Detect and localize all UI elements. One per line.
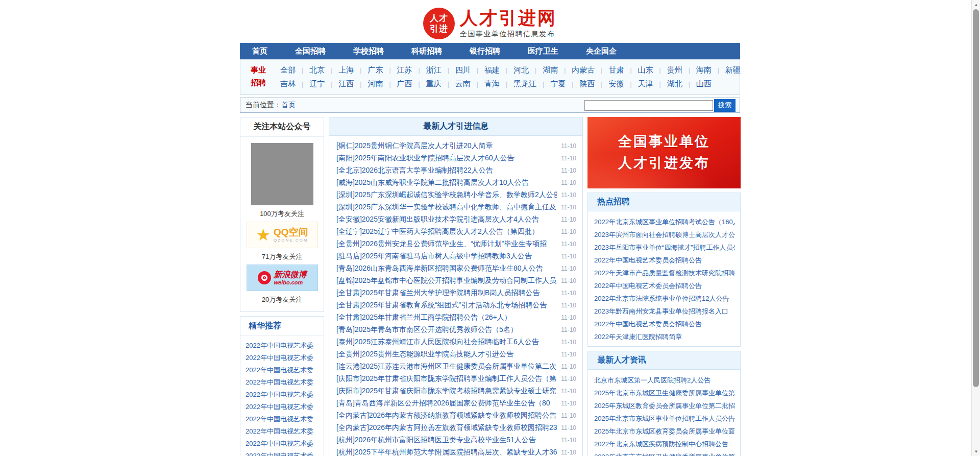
- province-link[interactable]: 天津: [632, 77, 661, 91]
- news-item-link[interactable]: [威海]2025山东威海职业学院第二批招聘高层次人才10人公告: [336, 178, 557, 187]
- province-link[interactable]: 北京: [303, 63, 332, 77]
- nav-item[interactable]: 全国招聘: [295, 46, 326, 56]
- featured-item-link[interactable]: 2022年中国电视艺术委: [246, 450, 321, 456]
- news-item-link[interactable]: [盘锦]2025年盘锦市中心医院公开招聘事业编制及劳动合同制工作人员: [336, 276, 557, 285]
- scrollbar-down-icon[interactable]: ▼: [972, 447, 980, 455]
- featured-item-link[interactable]: 2022年中国电视艺术委: [246, 438, 321, 450]
- news-item-link[interactable]: [青岛]青岛西海岸新区公开招聘2026届国家公费师范毕业生公告（80: [336, 399, 557, 408]
- search-input[interactable]: [584, 100, 713, 111]
- news-item-link[interactable]: [全辽宁]2025辽宁中医药大学招聘高层次人才2人公告（第四批）: [336, 227, 557, 236]
- news-item-link[interactable]: [杭州]2026年杭州市富阳区招聘医卫类专业高校毕业生51人公告: [336, 436, 557, 445]
- featured-item-link[interactable]: 2022年中国电视艺术委: [246, 425, 321, 438]
- hot-job-link[interactable]: 2023年岳阳市事业单位“四海揽才”招聘工作人员公: [594, 241, 735, 254]
- news-item-link[interactable]: [全甘肃]2025年甘肃省教育系统“组团式”引才活动东北专场招聘公告: [336, 301, 557, 310]
- news-item-link[interactable]: [南阳]2025年南阳农业职业学院招聘高层次人才60人公告: [336, 154, 557, 163]
- province-link[interactable]: 内蒙古: [566, 63, 602, 77]
- nav-item[interactable]: 银行招聘: [470, 46, 500, 56]
- province-link[interactable]: 江苏: [391, 63, 420, 77]
- promo-banner[interactable]: 全国事业单位 人才引进发布: [587, 117, 741, 188]
- news-item-link[interactable]: [全贵州]2026贵州安龙县公费师范毕业生、“优师计划”毕业生专项招: [336, 239, 557, 249]
- featured-item-link[interactable]: 2022年中国电视艺术委: [246, 352, 321, 364]
- news-item-link[interactable]: [全甘肃]2025年甘肃省兰州工商学院招聘公告（26+人）: [336, 313, 557, 322]
- featured-item-link[interactable]: 2022年中国电视艺术委: [246, 376, 321, 389]
- nav-item[interactable]: 央企国企: [586, 46, 617, 56]
- news-item-link[interactable]: [全甘肃]2025年甘肃省兰州大学护理学院聘用制B岗人员招聘公告: [336, 289, 557, 298]
- breadcrumb-home-link[interactable]: 首页: [281, 101, 296, 110]
- hot-job-link[interactable]: 2023年滨州市面向社会招聘硕博士高层次人才公告: [594, 228, 735, 241]
- featured-item-link[interactable]: 2022年中国电视艺术委: [246, 401, 321, 413]
- province-link[interactable]: 全部: [274, 63, 303, 77]
- province-link[interactable]: 四川: [449, 63, 478, 77]
- province-link[interactable]: 黑龙江: [507, 77, 544, 91]
- province-link[interactable]: 青海: [478, 77, 507, 91]
- province-link[interactable]: 辽宁: [303, 77, 332, 91]
- province-link[interactable]: 广西: [391, 77, 420, 91]
- hot-job-link[interactable]: 2022年中国电视艺术委员会招聘公告: [594, 318, 735, 330]
- scrollbar[interactable]: ▲ ▼: [971, 0, 980, 456]
- search-button[interactable]: 搜索: [714, 99, 736, 112]
- news-item-link[interactable]: [全内蒙古]2026年内蒙古额济纳旗教育领域紧缺专业教师校园招聘公告: [336, 411, 557, 420]
- province-link[interactable]: 河南: [361, 77, 390, 91]
- weibo-logo[interactable]: 新浪微博 weibo.com: [247, 265, 318, 291]
- news-item-link[interactable]: [全安徽]2025安徽新闻出版职业技术学院引进高层次人才4人公告: [336, 215, 557, 224]
- latest-news-link[interactable]: 2025年北京市东城区事业单位招聘工作人员公告: [594, 412, 735, 425]
- province-link[interactable]: 贵州: [661, 63, 690, 77]
- news-item-link[interactable]: [青岛]2026山东青岛西海岸新区招聘国家公费师范毕业生80人公告: [336, 264, 557, 273]
- hot-job-link[interactable]: 2022年天津康汇医院招聘简章: [594, 330, 735, 343]
- news-item-link[interactable]: [青岛]2025年青岛市市南区公开选聘优秀教师公告（5名）: [336, 325, 557, 334]
- province-link[interactable]: 山西: [690, 77, 712, 91]
- scrollbar-up-icon[interactable]: ▲: [972, 1, 980, 9]
- province-link[interactable]: 浙江: [420, 63, 449, 77]
- news-item-link[interactable]: [全内蒙古]2026年内蒙古阿拉善左旗教育领域紧缺专业教师校园招聘23: [336, 423, 557, 433]
- province-link[interactable]: 吉林: [274, 77, 303, 91]
- news-item-link[interactable]: [铜仁]2025贵州铜仁学院高层次人才引进20人简章: [336, 141, 557, 151]
- news-item-link[interactable]: [庆阳市]2025年甘肃省庆阳市陇东学院考核招聘急需紧缺专业硕士研究: [336, 387, 557, 396]
- latest-news-link[interactable]: 2025年北京市东城区教育委员会所属事业单位面向应: [594, 425, 735, 438]
- latest-news-link[interactable]: 2022年北京市东城区卫生健康委所属事业单位第二次: [594, 450, 735, 456]
- nav-item[interactable]: 首页: [252, 46, 267, 56]
- hot-job-link[interactable]: 2022年北京东城区事业单位招聘考试公告（160人）: [594, 215, 735, 228]
- province-link[interactable]: 甘肃: [602, 63, 631, 77]
- province-link[interactable]: 福建: [478, 63, 507, 77]
- nav-item[interactable]: 科研招聘: [411, 46, 442, 56]
- news-item-link[interactable]: [泰州]2025江苏泰州靖江市人民医院拟向社会招聘临时工6人公告: [336, 338, 557, 347]
- news-item-link[interactable]: [全北京]2026北京语言大学事业编制招聘22人公告: [336, 166, 557, 175]
- latest-news-link[interactable]: 北京市东城区第一人民医院招聘2人公告: [594, 374, 735, 387]
- scrollbar-thumb[interactable]: [973, 9, 979, 387]
- qzone-logo[interactable]: ★ QQ空间 QZONE.COM: [247, 222, 318, 248]
- latest-news-link[interactable]: 2025年北京市东城区卫生健康委所属事业单位第一次: [594, 387, 735, 399]
- province-link[interactable]: 山东: [632, 63, 661, 77]
- latest-news-link[interactable]: 2025年东城区教育委员会所属事业单位第二批招聘公: [594, 399, 735, 412]
- province-link[interactable]: 江西: [332, 77, 361, 91]
- province-link[interactable]: 云南: [449, 77, 478, 91]
- hot-job-link[interactable]: 2022年中国电视艺术委员会招聘公告: [594, 279, 735, 292]
- hot-job-link[interactable]: 2022年北京市法院系统事业单位招聘12人公告: [594, 292, 735, 305]
- hot-job-link[interactable]: 2022年中国电视艺术委员会招聘公告: [594, 254, 735, 267]
- featured-item-link[interactable]: 2022年中国电视艺术委: [246, 364, 321, 376]
- site-logo[interactable]: 人才 引进 人才引进网 全国事业单位招聘信息发布: [423, 8, 557, 39]
- hot-job-link[interactable]: 2022年天津市产品质量监督检测技术研究院招聘高层: [594, 267, 735, 279]
- province-link[interactable]: 安徽: [602, 77, 631, 91]
- province-link[interactable]: 重庆: [420, 77, 449, 91]
- news-item-link[interactable]: [驻马店]2025年河南省驻马店市树人高级中学招聘教师3人公告: [336, 252, 557, 261]
- province-link[interactable]: 宁夏: [544, 77, 573, 91]
- news-item-link[interactable]: [庆阳市]2025年甘肃省庆阳市陇东学院招聘事业编制工作人员公告（第: [336, 374, 557, 383]
- featured-item-link[interactable]: 2022年中国电视艺术委: [246, 413, 321, 425]
- news-item-link[interactable]: [深圳]2025广东深圳崛起诚信实验学校急聘小学音乐、数学教师2人公告: [336, 190, 557, 200]
- featured-item-link[interactable]: 2022年中国电视艺术委: [246, 340, 321, 352]
- province-link[interactable]: 湖南: [536, 63, 566, 77]
- nav-item[interactable]: 学校招聘: [353, 46, 384, 56]
- nav-item[interactable]: 医疗卫生: [528, 46, 558, 56]
- featured-item-link[interactable]: 2022年中国电视艺术委: [246, 389, 321, 401]
- province-link[interactable]: 陕西: [573, 77, 602, 91]
- news-item-link[interactable]: [杭州]2025下半年杭州师范大学附属医院招聘高层次、紧缺专业人才36: [336, 448, 557, 456]
- province-link[interactable]: 新疆: [719, 63, 741, 77]
- province-link[interactable]: 海南: [690, 63, 719, 77]
- province-link[interactable]: 河北: [507, 63, 536, 77]
- province-link[interactable]: 上海: [332, 63, 361, 77]
- news-item-link[interactable]: [深圳]2025广东深圳华一实验学校诚聘高中化学教师、高中德育主任及: [336, 203, 557, 212]
- news-item-link[interactable]: [连云港]2025江苏连云港市海州区卫生健康委员会所属事业单位第二次: [336, 362, 557, 371]
- province-link[interactable]: 广东: [361, 63, 390, 77]
- latest-news-link[interactable]: 2022年北京东城区疾病预防控制中心招聘公告: [594, 438, 735, 450]
- province-link[interactable]: 湖北: [661, 77, 690, 91]
